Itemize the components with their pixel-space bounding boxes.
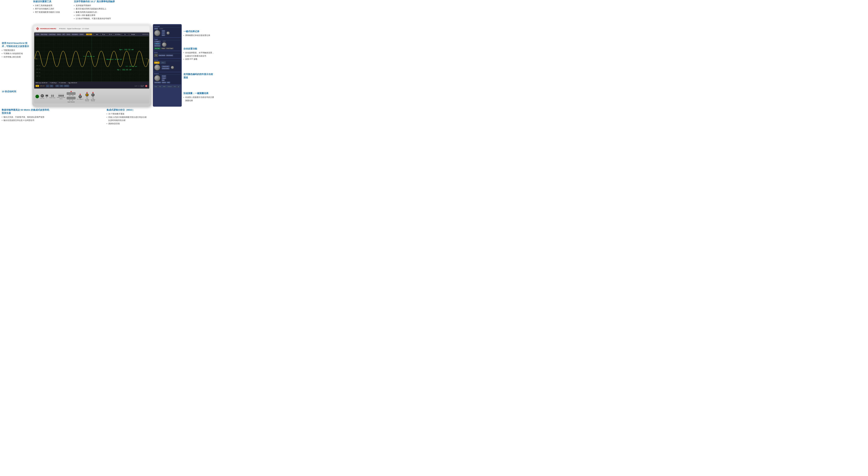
source-btn[interactable]: Source bbox=[154, 43, 161, 44]
trigger-title: Trigger bbox=[154, 39, 181, 40]
left-annotations: 使用 R&S®SmartGrid 技术，可轻松自定义波形显示 可配置的显示 可调… bbox=[2, 24, 32, 107]
aux-out-connector bbox=[41, 94, 44, 97]
single-btn[interactable]: Single bbox=[161, 48, 165, 49]
aft-btn[interactable]: AFT bbox=[62, 33, 65, 35]
d15-8-btn[interactable]: D15-8 bbox=[64, 85, 69, 87]
vertical-section: Vertical Ch 1 Ch 2 Touch Lock Probe Scre… bbox=[154, 59, 181, 72]
one-key-record-title: 一键式结果记录 bbox=[183, 30, 215, 33]
one-key-record-list: 屏幕截图记录或仪器设置记录 bbox=[183, 34, 215, 37]
logic-triangle bbox=[70, 91, 72, 92]
usb-connector bbox=[45, 95, 48, 96]
vpp-top-label: Vp+: 332.52 mV bbox=[119, 49, 133, 50]
trigger-level-knob[interactable] bbox=[162, 42, 167, 47]
analysis-title: Analysis bbox=[154, 73, 181, 75]
analysis-knob[interactable] bbox=[154, 75, 160, 81]
ext-trigger-triangle bbox=[80, 93, 81, 95]
oscilloscope-center: ROHDE&SCHWARZ RTB2002 · Digital Oscillos… bbox=[32, 24, 152, 107]
pg-conn-3 bbox=[61, 95, 62, 96]
nav-prev-btn[interactable]: ◄◄ bbox=[162, 30, 165, 32]
gen-btn[interactable]: Gen bbox=[173, 86, 177, 88]
nav-next-btn[interactable]: ► bbox=[162, 32, 165, 34]
ch2-vertical-btn[interactable]: Ch 2 bbox=[160, 61, 166, 64]
p1-label: P1 bbox=[60, 94, 61, 95]
okr-item-1: 屏幕截图记录或仪器设置记录 bbox=[183, 34, 215, 37]
protocol-btn[interactable]: Protocol bbox=[167, 86, 173, 88]
annotation-btn[interactable]: Annotation bbox=[71, 33, 79, 35]
smartgrid-list: 可配置的显示 可调整大小的波形区域 在所有轴上标注刻度 bbox=[2, 49, 31, 58]
qa-item-3: 用于直观地配置功能的工具条 bbox=[33, 10, 60, 14]
rs-corner-logo bbox=[145, 84, 148, 88]
action-title: Action bbox=[154, 52, 181, 54]
load-setup-btn[interactable]: Load Setup bbox=[49, 33, 56, 35]
pg-conn-1 bbox=[59, 95, 60, 96]
search-btn[interactable]: Search bbox=[162, 82, 166, 83]
touch-lock-btn[interactable]: Touch Lock bbox=[162, 65, 169, 67]
ext-trigger-group: Ext. Trigger In bbox=[77, 93, 83, 100]
apps-btn[interactable]: ⊞ bbox=[177, 86, 180, 88]
svg-text:-100 mV: -100 mV bbox=[35, 65, 40, 66]
probe-comp-group: Probe Comp. bbox=[50, 95, 56, 98]
horizontal-scale-knob[interactable] bbox=[166, 31, 170, 35]
quick-meas-btn[interactable]: Quick Meas bbox=[154, 82, 161, 83]
ch1-triangle bbox=[86, 92, 88, 93]
fft-btn[interactable]: FFT bbox=[167, 82, 170, 83]
levels-label: Levels bbox=[163, 40, 166, 41]
p2-label: P2 bbox=[61, 94, 62, 95]
run-stop-btn[interactable]: Run Stop bbox=[154, 48, 161, 50]
eye-btn[interactable]: Eye bbox=[162, 79, 165, 81]
zoom-btn[interactable]: Zoom bbox=[154, 28, 158, 30]
trigger-btns-row: Run Stop Single Force Trigger bbox=[154, 48, 181, 50]
cursor-btn[interactable]: Cursor bbox=[162, 75, 166, 77]
ch2-triangle bbox=[92, 92, 94, 93]
auto-norm-btn[interactable]: Auto Norm bbox=[154, 45, 161, 47]
horizontal-position-knob[interactable] bbox=[154, 30, 160, 36]
undo-btn[interactable]: Undo bbox=[35, 33, 40, 35]
power-button[interactable] bbox=[35, 95, 39, 98]
logic-connector-d7 bbox=[67, 97, 75, 99]
c2-btn[interactable]: C2 bbox=[50, 85, 53, 87]
save-setup-btn[interactable]: Save Setup bbox=[40, 33, 48, 35]
screen-panel: Undo Save Setup Load Setup Memo AFT Demo… bbox=[34, 32, 149, 89]
waveform-display: Vp+: 332.52 mV tr: 29.95 μs MeanCyc: 8.4… bbox=[35, 36, 149, 82]
annotation-boot-time: 10 秒启动时间 bbox=[2, 90, 31, 94]
vpp-display: Vpp: 644.53 mV bbox=[68, 82, 77, 83]
math-btn[interactable]: Math bbox=[162, 86, 166, 88]
pg-conn-4 bbox=[63, 95, 64, 96]
delete-btn[interactable]: Delete bbox=[79, 33, 84, 35]
qm-item-1: 在波形上直接显示当前信号的主要测量结果 bbox=[183, 96, 215, 102]
demo-btn[interactable]: Demo bbox=[66, 33, 71, 35]
camera-icon[interactable]: 📷 bbox=[154, 54, 158, 57]
coupling-btn[interactable]: ⊥ bbox=[46, 85, 49, 87]
ch1-bottom-label: Ch1 bbox=[86, 97, 88, 98]
quick-access-title: 快速访问重要工具 bbox=[33, 0, 60, 3]
ch2-bottom-label: Ch2 bbox=[92, 97, 94, 98]
middle-section: 使用 R&S®SmartGrid 技术，可轻松自定义波形显示 可配置的显示 可调… bbox=[2, 24, 215, 107]
save-recall-btn[interactable]: Save Recall bbox=[158, 55, 165, 56]
print-screen-btn[interactable]: Print Screen bbox=[166, 55, 173, 56]
force-trigger-btn[interactable]: Force Trigger bbox=[166, 48, 174, 49]
vpp-bottom-label: Vp-: 312.01 mV bbox=[117, 69, 131, 70]
trigger-btn[interactable]: Trigger bbox=[154, 41, 161, 42]
probe-pins bbox=[51, 95, 54, 97]
vertical-position-knob[interactable] bbox=[154, 64, 160, 70]
ch1-active-btn[interactable]: C1 bbox=[36, 85, 39, 87]
ts-item-4: 1280 × 800 像素分辨率 bbox=[74, 13, 115, 17]
ch1-vertical-btn[interactable]: Ch 1 bbox=[154, 62, 159, 64]
analysis-extra-btns: Eye bbox=[162, 79, 166, 81]
logic-btn[interactable]: Logic bbox=[154, 86, 158, 88]
nav-end-btn[interactable]: ►► bbox=[162, 34, 165, 36]
status-bar: RMS-Cyc: 223.35 mV | T: 100.00 μs | F: 1… bbox=[35, 82, 149, 84]
d7-d0-label: D7 ... D0 bbox=[69, 100, 73, 101]
c3-btn[interactable]: C3 bbox=[55, 85, 59, 87]
vertical-scale-knob[interactable] bbox=[171, 66, 174, 69]
c4-btn[interactable]: C4 bbox=[60, 85, 63, 87]
touch-screen-list: 支持缩放手势操作 显示区域比同类示波器超出两倍以上 像素为同类示波器的九倍： 1… bbox=[74, 4, 115, 20]
probe-screen-btn[interactable]: Probe Screen bbox=[162, 68, 169, 69]
pattern-gen-label: Pattern Generator bbox=[57, 97, 65, 98]
p3-label: P3 bbox=[63, 94, 64, 95]
analysis-btns: Cursor Meas Eye bbox=[162, 75, 166, 81]
rms-display: RMS-Cyc: 223.35 mV bbox=[36, 82, 48, 83]
meas-btn[interactable]: Meas bbox=[162, 77, 166, 79]
memo-btn[interactable]: Memo bbox=[57, 33, 61, 35]
ref-btn[interactable]: Ref bbox=[158, 86, 162, 88]
